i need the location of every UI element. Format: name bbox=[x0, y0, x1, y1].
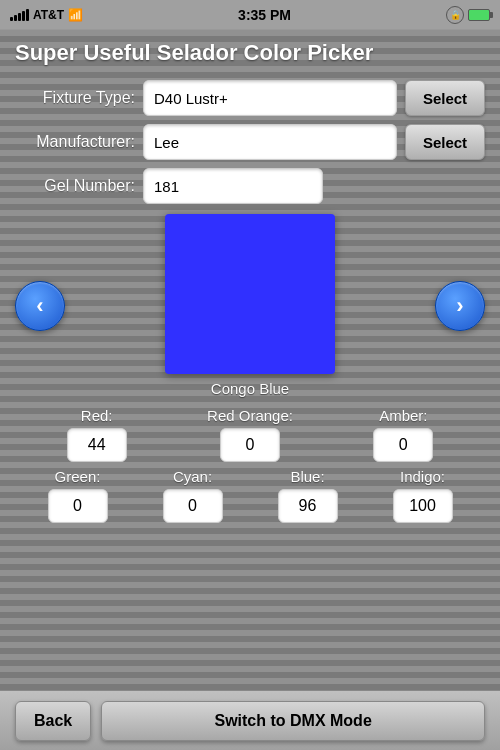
cyan-channel: Cyan: 0 bbox=[135, 468, 250, 523]
amber-label: Amber: bbox=[379, 407, 427, 424]
fixture-type-select-button[interactable]: Select bbox=[405, 80, 485, 116]
carrier-label: AT&T bbox=[33, 8, 64, 22]
gel-number-row: Gel Number: bbox=[15, 168, 485, 204]
prev-color-button[interactable]: ‹ bbox=[15, 281, 65, 331]
status-right: 🔒 bbox=[446, 6, 490, 24]
fixture-type-label: Fixture Type: bbox=[15, 89, 135, 107]
next-arrow-icon: › bbox=[456, 295, 463, 317]
blue-value: 96 bbox=[278, 489, 338, 523]
red-orange-channel: Red Orange: 0 bbox=[173, 407, 326, 462]
manufacturer-row: Manufacturer: Select bbox=[15, 124, 485, 160]
blue-label: Blue: bbox=[290, 468, 324, 485]
gel-number-label: Gel Number: bbox=[15, 177, 135, 195]
manufacturer-label: Manufacturer: bbox=[15, 133, 135, 151]
status-left: AT&T 📶 bbox=[10, 8, 83, 22]
cyan-label: Cyan: bbox=[173, 468, 212, 485]
manufacturer-input[interactable] bbox=[143, 124, 397, 160]
clock: 3:35 PM bbox=[238, 7, 291, 23]
red-orange-label: Red Orange: bbox=[207, 407, 293, 424]
fixture-type-input[interactable] bbox=[143, 80, 397, 116]
green-value: 0 bbox=[48, 489, 108, 523]
color-swatch-container: Congo Blue bbox=[65, 214, 435, 397]
wifi-icon: 📶 bbox=[68, 8, 83, 22]
indigo-value: 100 bbox=[393, 489, 453, 523]
color-name: Congo Blue bbox=[211, 380, 289, 397]
green-label: Green: bbox=[55, 468, 101, 485]
back-button[interactable]: Back bbox=[15, 701, 91, 741]
red-label: Red: bbox=[81, 407, 113, 424]
main-content: Super Useful Selador Color Picker Fixtur… bbox=[0, 30, 500, 539]
green-channel: Green: 0 bbox=[20, 468, 135, 523]
gel-number-input[interactable] bbox=[143, 168, 323, 204]
status-bar: AT&T 📶 3:35 PM 🔒 bbox=[0, 0, 500, 30]
battery-icon bbox=[468, 9, 490, 21]
prev-arrow-icon: ‹ bbox=[36, 295, 43, 317]
dmx-row-2: Green: 0 Cyan: 0 Blue: 96 Indigo: 100 bbox=[20, 468, 480, 523]
cyan-value: 0 bbox=[163, 489, 223, 523]
red-orange-value: 0 bbox=[220, 428, 280, 462]
app-title: Super Useful Selador Color Picker bbox=[15, 40, 485, 66]
dmx-row-1: Red: 44 Red Orange: 0 Amber: 0 bbox=[20, 407, 480, 462]
manufacturer-select-button[interactable]: Select bbox=[405, 124, 485, 160]
dmx-section: Red: 44 Red Orange: 0 Amber: 0 Green: 0 … bbox=[15, 407, 485, 523]
next-color-button[interactable]: › bbox=[435, 281, 485, 331]
indigo-channel: Indigo: 100 bbox=[365, 468, 480, 523]
blue-channel: Blue: 96 bbox=[250, 468, 365, 523]
orientation-lock-icon: 🔒 bbox=[446, 6, 464, 24]
color-area: ‹ Congo Blue › bbox=[15, 214, 485, 397]
switch-mode-button[interactable]: Switch to DMX Mode bbox=[101, 701, 485, 741]
red-channel: Red: 44 bbox=[20, 407, 173, 462]
signal-bars-icon bbox=[10, 9, 29, 21]
red-value: 44 bbox=[67, 428, 127, 462]
bottom-bar: Back Switch to DMX Mode bbox=[0, 690, 500, 750]
amber-value: 0 bbox=[373, 428, 433, 462]
indigo-label: Indigo: bbox=[400, 468, 445, 485]
color-swatch bbox=[165, 214, 335, 374]
amber-channel: Amber: 0 bbox=[327, 407, 480, 462]
fixture-type-row: Fixture Type: Select bbox=[15, 80, 485, 116]
